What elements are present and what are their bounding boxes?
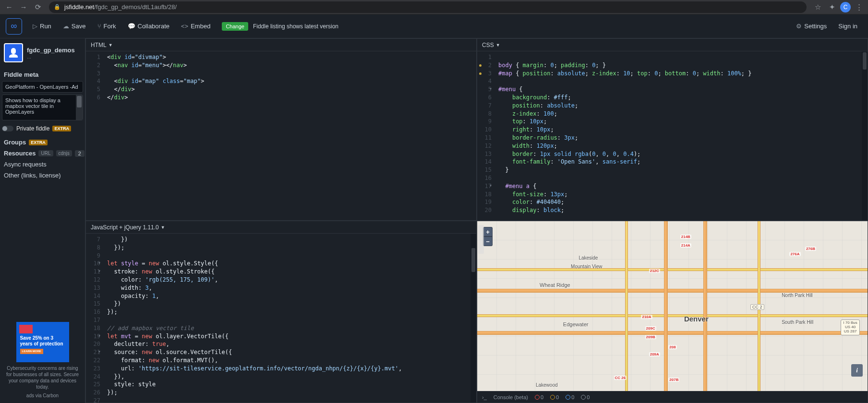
console-error-count: 0 [535,394,543,400]
map-label: Wheat Ridge [540,282,570,288]
js-pane: JavaScript + jQuery 1.11.0▼ 789▾10▾11121… [85,221,477,403]
reload-icon[interactable]: ⟳ [32,1,44,13]
desc-scrollbar[interactable] [76,95,83,120]
ad-body: Cybersecurity concerns are rising for bu… [4,365,81,390]
star-icon[interactable]: ☆ [811,1,824,13]
save-button[interactable]: ☁Save [58,20,91,33]
address-bar[interactable]: 🔒 jsfiddle.net/fgdc_gp_demos/dtL1aufb/28… [49,1,807,13]
private-toggle-row: Private fiddle EXTRA [2,125,83,132]
async-row[interactable]: Async requests [2,159,83,170]
chevron-down-icon: ▼ [161,225,165,230]
change-badge: Change [222,22,248,31]
js-editor[interactable]: 789▾10▾1112131415161718▾1920▾21222324252… [86,234,476,403]
username: fgdc_gp_demos [27,47,75,54]
zoom-in-button[interactable]: + [483,227,493,237]
user-sub: ... [27,54,75,59]
sidebar: fgdc_gp_demos ... Fiddle meta Shows how … [0,38,85,403]
browser-chrome-bar: ← → ⟳ 🔒 jsfiddle.net/fgdc_gp_demos/dtL1a… [0,0,868,14]
map-label: Mountain View [571,264,602,269]
highway-badge: I 70 BusUS 40US 287 [841,320,859,335]
map-info-button[interactable]: i [851,364,863,377]
result-pane: Wheat Ridge Edgewater Denver Lakeside Mo… [477,221,868,403]
ad-image: Save 25% on 3 years of protectionLEARN M… [16,322,69,362]
map-zoom-control: + − [483,227,493,246]
private-label: Private fiddle [16,125,49,132]
console-info-count: 0 [566,394,574,400]
run-button[interactable]: ▷Run [28,20,56,33]
resources-count: 2 [75,150,84,157]
map-label: North Park Hill [782,293,812,298]
private-toggle[interactable] [2,126,13,131]
console-prompt-icon: ›_ [482,394,487,400]
jsfiddle-logo[interactable]: ∞ [6,18,22,35]
app-header: ∞ ▷Run ☁Save ⑂Fork 💬Collaborate <>Embed … [0,14,868,38]
extra-badge: EXTRA [52,126,71,131]
chevron-down-icon: ▼ [108,43,113,47]
menu-icon[interactable]: ⋮ [853,1,865,13]
map-label: Edgewater [563,321,589,327]
console-warn-count: 0 [550,394,559,400]
map-label: Denver [684,315,709,323]
html-pane: HTML▼ 123456 <div id="divmap"> <nav id="… [85,38,477,221]
chevron-down-icon: ▼ [496,43,500,47]
fork-button[interactable]: ⑂Fork [93,20,121,33]
workspace: fgdc_gp_demos ... Fiddle meta Shows how … [0,38,868,403]
console-log-count: 0 [581,394,590,400]
result-scrollbar[interactable] [478,225,484,254]
url-path: /fgdc_gp_demos/dtL1aufb/28/ [94,3,177,11]
resources-row[interactable]: Resources URL cdnjs 2 [2,148,83,159]
change-notice[interactable]: Change Fiddle listing shows latest versi… [217,19,343,34]
map-label: South Park Hill [782,320,813,325]
map-label: Lakewood [536,382,558,388]
fork-icon: ⑂ [97,23,101,30]
console-bar[interactable]: ›_ Console (beta) 0 0 0 0 [477,391,868,403]
fiddle-meta-heading: Fiddle meta [4,71,81,78]
profile-badge[interactable]: C [840,2,851,12]
css-pane-header[interactable]: CSS▼ [477,39,868,51]
fiddle-title-input[interactable] [2,81,83,93]
ad-attribution: ads via Carbon [4,393,81,398]
fiddle-desc-input[interactable]: Shows how to display a mapbox vector til… [2,95,83,120]
cdnjs-tag: cdnjs [56,150,72,156]
extensions-icon[interactable]: ✦ [826,1,838,13]
css-scrollbar[interactable] [862,51,868,220]
map-label: CC 2 [750,304,764,310]
html-pane-header[interactable]: HTML▼ [86,39,476,51]
zoom-out-button[interactable]: − [483,237,493,246]
forward-icon[interactable]: → [17,1,30,13]
lock-icon: 🔒 [54,4,60,10]
js-pane-header[interactable]: JavaScript + jQuery 1.11.0▼ [86,221,476,234]
embed-button[interactable]: <>Embed [176,20,215,33]
collaborate-button[interactable]: 💬Collaborate [123,20,175,33]
ad-box[interactable]: Save 25% on 3 years of protectionLEARN M… [2,320,83,400]
sign-in-button[interactable]: Sign in [833,20,862,33]
map-label: Lakeside [579,255,598,261]
avatar [4,43,23,62]
html-editor[interactable]: 123456 <div id="divmap"> <nav id="menu">… [86,51,476,220]
result-map[interactable]: Wheat Ridge Edgewater Denver Lakeside Mo… [477,221,868,391]
groups-heading[interactable]: GroupsEXTRA [4,139,81,146]
play-icon: ▷ [33,23,37,30]
cloud-icon: ☁ [63,23,69,30]
css-editor[interactable]: 1234▾5678910111213141516▾17181920 body {… [477,51,868,220]
css-pane: CSS▼ 1234▾5678910111213141516▾17181920 b… [477,38,868,221]
back-icon[interactable]: ← [3,1,15,13]
url-tag: URL [38,150,53,156]
panes-grid: HTML▼ 123456 <div id="divmap"> <nav id="… [85,38,868,403]
js-scrollbar[interactable] [470,234,476,403]
chat-icon: 💬 [128,23,135,30]
other-row[interactable]: Other (links, license) [2,170,83,181]
sliders-icon: ⚙ [796,23,802,30]
console-label: Console (beta) [494,394,528,400]
settings-button[interactable]: ⚙Settings [791,20,832,33]
user-block[interactable]: fgdc_gp_demos ... [2,41,83,64]
url-host: jsfiddle.net [64,3,94,11]
code-icon: <> [181,23,188,30]
